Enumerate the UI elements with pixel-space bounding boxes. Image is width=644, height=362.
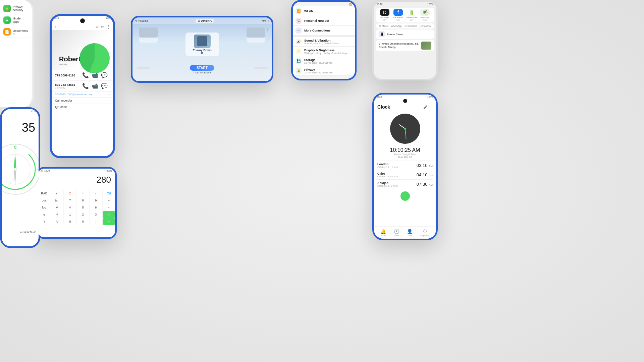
storage-icon: 💾 (296, 58, 302, 64)
hotspot-icon: 📡 (296, 18, 302, 24)
display-text: Display & Brightness Wallpaper, sleep, d… (304, 49, 352, 54)
calc-key-3[interactable]: 3 (90, 211, 103, 218)
game-avatar (194, 35, 211, 48)
settings-item-wlan[interactable]: 📶 WLAN (293, 6, 355, 16)
clock-add-button[interactable]: + (400, 191, 410, 201)
facebook-sub: SET (396, 19, 400, 21)
hidden-apps-icon: ● (3, 16, 11, 24)
calc-key-paren[interactable]: ) (38, 218, 51, 225)
phone-settings: 📶 📶 WLAN 📡 Personal Hotspot ⋯ More Conne… (291, 0, 357, 80)
game-more-icon[interactable]: ⋮ (266, 27, 269, 31)
compass-coords: 31°11'12"N 12° (20, 231, 36, 233)
clock-nav-stopwatch[interactable]: ⏱ Stopwatch (420, 229, 430, 237)
calc-key-pct[interactable]: % (64, 218, 77, 225)
calc-key-log[interactable]: log (38, 204, 51, 211)
calc-key-minus[interactable]: − (103, 197, 115, 204)
clock-nav-timer[interactable]: 👤 Timer (407, 229, 413, 237)
game-settings-icon[interactable]: ⚙ (135, 19, 137, 22)
calc-key-sqrt[interactable]: √ (51, 211, 64, 218)
calc-key-7[interactable]: 7 (64, 197, 77, 204)
calc-key-8[interactable]: 8 (77, 197, 90, 204)
left-partial-security: 🔒 Privacy security (2, 3, 30, 14)
calc-key-9[interactable]: 9 (90, 197, 103, 204)
settings-item-privacy[interactable]: 🔒 Privacy 21.7% used · 25.06GB free (293, 66, 355, 76)
call-icon-1[interactable]: 📞 (82, 72, 89, 78)
apps-status-bar: 10:10 100% (374, 2, 436, 7)
calc-key-times[interactable]: × (90, 190, 103, 197)
calc-row-4: ) ʸ√ % 0 . = (38, 218, 115, 225)
edit-icon[interactable]: ✏ (101, 24, 104, 29)
abidjan-info: Abidjan October 14, -2 hour (377, 181, 398, 187)
calc-key-cos[interactable]: cos (38, 197, 51, 204)
calc-key-5[interactable]: 5 (77, 204, 90, 211)
apps-battery: 100% (427, 3, 433, 5)
msg-icon-2[interactable]: 💬 (101, 83, 108, 89)
contact-qr-code[interactable]: QR code › (52, 104, 113, 110)
clock-date: Sun, Oct 10 (374, 156, 436, 159)
more-icon[interactable]: ⋮ (106, 24, 110, 29)
clock-title: Clock (377, 104, 390, 110)
settings-item-hotspot[interactable]: 📡 Personal Hotspot (293, 16, 355, 26)
calc-key-sq[interactable]: x² (51, 204, 64, 211)
calc-key-rad[interactable]: RAD (38, 190, 51, 197)
abidjan-time: 07:30 AM (417, 182, 433, 187)
calc-row-1: cos tan 7 8 9 − (38, 197, 115, 204)
contact-call-recorder[interactable]: Call recorder › (52, 98, 113, 104)
clock-center (404, 128, 406, 130)
calc-display: 280 (38, 173, 115, 186)
calc-key-clear[interactable]: C (64, 190, 77, 197)
sound-desc: Volume, vibration, Do Not Disturb (304, 42, 352, 45)
calc-key-e[interactable]: e (38, 211, 51, 218)
app-battery[interactable]: 🔋 Battery Lab SET (406, 9, 418, 21)
app-dts[interactable]: D Dts audio SET (379, 9, 391, 21)
app-facebook[interactable]: f Face book SET (392, 9, 404, 21)
calc-key-tan[interactable]: tan (51, 197, 64, 204)
settings-item-storage[interactable]: 💾 Storage 21.7% used · 25.06GB free (293, 56, 355, 66)
game-progress-bar-right (254, 67, 268, 69)
game-add-icon[interactable]: + (268, 20, 269, 22)
calc-time: 08:45 (106, 170, 112, 172)
calc-key-dot[interactable]: . (90, 218, 103, 225)
clock-nav-alarm[interactable]: 🔔 Alarm (380, 229, 386, 237)
palm-sub: SET (423, 19, 427, 21)
notif-time: 36 Minus (379, 25, 388, 27)
calc-key-1[interactable]: 1 (64, 211, 77, 218)
wlan-title: WLAN (304, 9, 352, 13)
calc-key-2[interactable]: 2 (77, 211, 90, 218)
settings-item-sound[interactable]: 🔊 Sound & Vibration Volume, vibration, D… (293, 37, 355, 47)
clock-nav-clock[interactable]: 🕙 Clock (394, 229, 399, 237)
settings-item-display[interactable]: ☀ Display & Brightness Wallpaper, sleep,… (293, 47, 355, 56)
phone-clone-item[interactable]: 📱 Phone Clone (376, 29, 434, 39)
settings-wifi-icon: 📶 (349, 3, 352, 6)
calc-key-4[interactable]: 4 (64, 204, 77, 211)
calc-key-0[interactable]: 0 (77, 218, 90, 225)
app-palm[interactable]: 🌴 Palm play SET (419, 9, 431, 21)
game-start-button[interactable]: START (190, 65, 214, 71)
settings-screen: 📶 📶 WLAN 📡 Personal Hotspot ⋯ More Conne… (293, 2, 355, 79)
notif-facebook: 1 Facebook (405, 25, 417, 27)
calc-key-yroot[interactable]: ʸ√ (51, 218, 64, 225)
calc-key-backspace[interactable]: ⌫ (103, 190, 115, 197)
calc-key-plus2[interactable]: + (103, 204, 115, 211)
cairo-time: 04:10 AM (417, 172, 433, 177)
msg-icon-1[interactable]: 💬 (101, 72, 108, 78)
call-icon-2[interactable]: 📞 (82, 83, 89, 89)
back-icon[interactable]: ← (54, 24, 58, 29)
settings-item-more-connections[interactable]: ⋯ More Connections (293, 26, 355, 36)
clock-more-icon[interactable]: ⋮ (429, 105, 433, 109)
calc-key-equals2[interactable]: = (103, 218, 115, 225)
contact-subtitle: Mobile (59, 63, 80, 66)
phone-clock: 1130 100% Clock 🎤 ⋮ 10:10:25 AM Faster D… (372, 93, 438, 240)
clock-mic-icon[interactable]: 🎤 (423, 105, 427, 109)
calc-key-fact[interactable]: x! (51, 190, 64, 197)
news-big-item[interactable]: 37 times Stephen King absolu sla Donald … (376, 40, 434, 51)
calc-key-6[interactable]: 6 (90, 204, 103, 211)
game-progress-bar (137, 67, 150, 69)
bookmark-icon[interactable]: ☆ (95, 24, 99, 29)
calc-key-plus[interactable]: + (77, 190, 90, 197)
video-icon-2[interactable]: 📹 (92, 83, 98, 89)
notif-snapchat: 1 Snapchat (419, 25, 431, 27)
clock-face-area (374, 110, 436, 146)
calc-key-equals[interactable]: = (103, 211, 115, 218)
documents-icon: 📄 (3, 28, 11, 36)
